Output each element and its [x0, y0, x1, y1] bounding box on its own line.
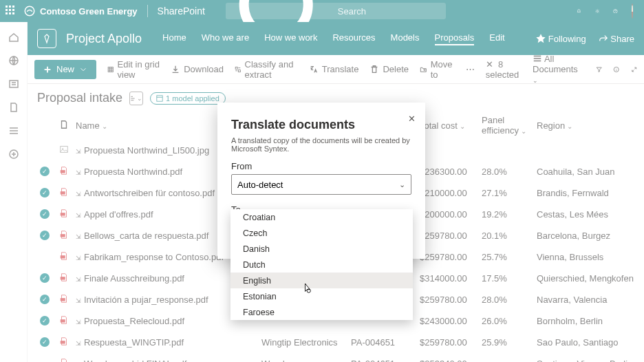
from-label: From — [231, 161, 411, 171]
language-option[interactable]: Dutch — [230, 257, 413, 273]
close-icon[interactable]: ✕ — [408, 114, 416, 124]
language-option[interactable]: Czech — [230, 225, 413, 241]
language-option[interactable]: Danish — [230, 241, 413, 257]
modal-subtitle: A translated copy of the documents will … — [231, 136, 411, 153]
from-language-combo[interactable]: Auto-detect ⌄ — [231, 174, 411, 195]
chevron-down-icon: ⌄ — [399, 180, 405, 189]
modal-title: Translate documents — [231, 118, 411, 132]
language-option[interactable]: Croatian — [230, 209, 413, 225]
language-dropdown: CroatianCzechDanishDutchEnglishEstonianF… — [230, 209, 413, 320]
language-option[interactable]: English — [230, 273, 413, 288]
cursor-icon — [303, 282, 312, 295]
language-option[interactable]: Estonian — [230, 288, 413, 304]
language-option[interactable]: Faroese — [230, 304, 413, 320]
